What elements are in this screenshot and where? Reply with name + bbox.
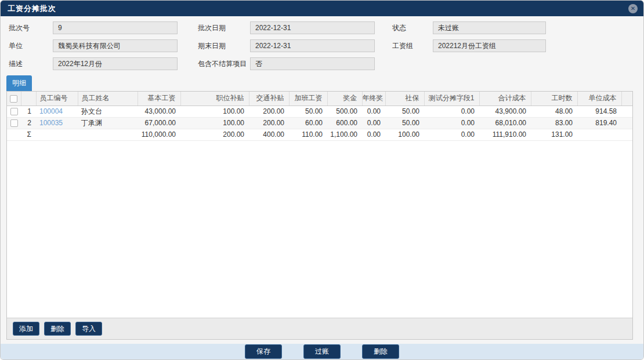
row-filler bbox=[621, 106, 632, 117]
status-input[interactable] bbox=[433, 21, 546, 34]
period-end-label: 期末日期 bbox=[198, 41, 250, 51]
select-all-checkbox[interactable] bbox=[10, 95, 17, 103]
detail-table: 员工编号 员工姓名 基本工资 职位补贴 交通补贴 加班工资 奖金 年终奖 社保 … bbox=[7, 92, 632, 141]
table-header-row: 员工编号 员工姓名 基本工资 职位补贴 交通补贴 加班工资 奖金 年终奖 社保 … bbox=[7, 92, 632, 106]
overtime-pay-cell: 60.00 bbox=[289, 117, 327, 129]
header-year-end-bonus: 年终奖 bbox=[362, 92, 385, 106]
transport-allowance-cell: 200.00 bbox=[249, 117, 289, 129]
sum-row: Σ 110,000.00 200.00 400.00 110.00 1,100.… bbox=[7, 129, 632, 140]
year-end-bonus-cell: 0.00 bbox=[362, 106, 385, 117]
sum-position-allowance: 200.00 bbox=[180, 129, 249, 140]
header-rownum bbox=[21, 92, 36, 106]
base-salary-cell: 43,000.00 bbox=[138, 106, 180, 117]
period-end-input[interactable] bbox=[250, 39, 375, 52]
post-button[interactable]: 过账 bbox=[303, 344, 341, 358]
employee-name-cell: 孙文台 bbox=[78, 106, 138, 117]
sum-employee-name-cell bbox=[78, 129, 138, 140]
employee-name-cell: 丁承渊 bbox=[78, 117, 138, 129]
total-cost-cell: 68,010.00 bbox=[479, 117, 531, 129]
delete-row-button[interactable]: 删除 bbox=[44, 322, 71, 336]
sum-total-cost: 111,910.00 bbox=[479, 129, 531, 140]
salary-allocation-batch-dialog: 工资分摊批次 ✕ 批次号 批次日期 状态 单位 期末日 bbox=[0, 0, 644, 360]
sum-overtime-pay: 110.00 bbox=[289, 129, 327, 140]
header-bonus: 奖金 bbox=[327, 92, 362, 106]
save-button[interactable]: 保存 bbox=[245, 344, 282, 358]
field-include-unsettled: 包含不结算项目 bbox=[198, 57, 392, 70]
import-button[interactable]: 导入 bbox=[75, 322, 102, 336]
overtime-pay-cell: 50.00 bbox=[289, 106, 327, 117]
salary-group-input[interactable] bbox=[433, 39, 546, 52]
sum-work-hours: 131.00 bbox=[531, 129, 577, 140]
unit-cost-cell: 819.40 bbox=[577, 117, 621, 129]
batch-no-input[interactable] bbox=[53, 21, 178, 34]
row-number: 2 bbox=[21, 117, 36, 129]
form-row-2: 单位 期末日期 工资组 bbox=[9, 39, 643, 52]
grid-empty-area bbox=[7, 141, 632, 318]
detail-grid-panel: 员工编号 员工姓名 基本工资 职位补贴 交通补贴 加班工资 奖金 年终奖 社保 … bbox=[6, 91, 633, 340]
header-total-cost: 合计成本 bbox=[479, 92, 531, 106]
batch-no-label: 批次号 bbox=[9, 23, 53, 33]
total-cost-cell: 43,900.00 bbox=[479, 106, 531, 117]
unit-label: 单位 bbox=[9, 41, 53, 51]
social-security-cell: 50.00 bbox=[385, 106, 424, 117]
base-salary-cell: 67,000.00 bbox=[138, 117, 180, 129]
table-row[interactable]: 1 100004 孙文台 43,000.00 100.00 200.00 50.… bbox=[7, 106, 632, 117]
description-input[interactable] bbox=[53, 57, 178, 70]
header-filler bbox=[621, 92, 632, 106]
bonus-cell: 500.00 bbox=[327, 106, 362, 117]
row-checkbox-cell bbox=[7, 106, 21, 117]
social-security-cell: 50.00 bbox=[385, 117, 424, 129]
tab-detail[interactable]: 明细 bbox=[6, 75, 32, 91]
add-row-button[interactable]: 添加 bbox=[13, 322, 39, 336]
field-status: 状态 bbox=[392, 21, 546, 34]
row-checkbox[interactable] bbox=[10, 119, 18, 127]
grid-toolbar: 添加 删除 导入 bbox=[7, 318, 632, 339]
test-allocation-cell: 0.00 bbox=[424, 117, 479, 129]
description-label: 描述 bbox=[9, 59, 53, 69]
row-checkbox[interactable] bbox=[10, 108, 18, 115]
header-work-hours: 工时数 bbox=[531, 92, 577, 106]
sum-employee-id-cell bbox=[36, 129, 78, 140]
field-batch-no: 批次号 bbox=[9, 21, 198, 34]
table-row[interactable]: 2 100035 丁承渊 67,000.00 100.00 200.00 60.… bbox=[7, 117, 632, 129]
row-number: 1 bbox=[21, 106, 36, 117]
sum-base-salary: 110,000.00 bbox=[138, 129, 180, 140]
employee-id-link[interactable]: 100035 bbox=[39, 119, 63, 127]
header-overtime-pay: 加班工资 bbox=[289, 92, 327, 106]
position-allowance-cell: 100.00 bbox=[180, 106, 249, 117]
employee-id-link[interactable]: 100004 bbox=[39, 107, 63, 115]
transport-allowance-cell: 200.00 bbox=[249, 106, 289, 117]
include-unsettled-input[interactable] bbox=[250, 57, 375, 70]
salary-group-label: 工资组 bbox=[392, 41, 433, 51]
header-checkbox-cell bbox=[7, 92, 21, 106]
dialog-title: 工资分摊批次 bbox=[8, 3, 56, 14]
field-unit: 单位 bbox=[9, 39, 198, 52]
form-row-3: 描述 包含不结算项目 bbox=[9, 57, 643, 70]
bonus-cell: 600.00 bbox=[327, 117, 362, 129]
work-hours-cell: 48.00 bbox=[531, 106, 577, 117]
include-unsettled-label: 包含不结算项目 bbox=[198, 59, 250, 69]
field-period-end: 期末日期 bbox=[198, 39, 392, 52]
header-employee-id: 员工编号 bbox=[36, 92, 78, 106]
employee-id-cell: 100004 bbox=[36, 106, 78, 117]
sum-checkbox-cell bbox=[7, 129, 21, 140]
batch-date-input[interactable] bbox=[250, 21, 375, 34]
field-description: 描述 bbox=[9, 57, 198, 70]
sum-social-security: 100.00 bbox=[385, 129, 424, 140]
close-icon[interactable]: ✕ bbox=[628, 4, 638, 13]
header-transport-allowance: 交通补贴 bbox=[249, 92, 289, 106]
unit-input[interactable] bbox=[53, 39, 178, 52]
sum-filler bbox=[621, 129, 632, 140]
batch-date-label: 批次日期 bbox=[198, 23, 250, 33]
header-social-security: 社保 bbox=[385, 92, 424, 106]
header-test-allocation-field: 测试分摊字段1 bbox=[424, 92, 479, 106]
row-checkbox-cell bbox=[7, 117, 21, 129]
sum-year-end-bonus: 0.00 bbox=[362, 129, 385, 140]
sum-bonus: 1,100.00 bbox=[327, 129, 362, 140]
year-end-bonus-cell: 0.00 bbox=[362, 117, 385, 129]
sum-unit-cost bbox=[577, 129, 621, 140]
delete-button[interactable]: 删除 bbox=[362, 344, 399, 358]
field-batch-date: 批次日期 bbox=[198, 21, 392, 34]
employee-id-cell: 100035 bbox=[36, 117, 78, 129]
status-label: 状态 bbox=[392, 23, 433, 33]
